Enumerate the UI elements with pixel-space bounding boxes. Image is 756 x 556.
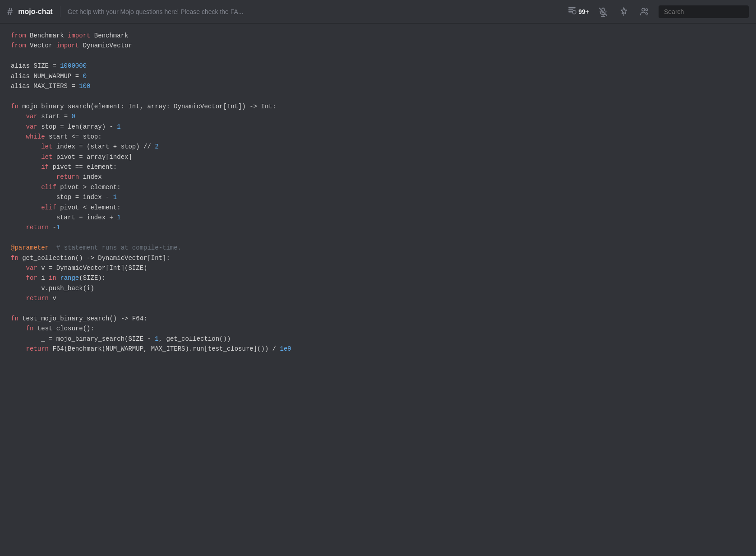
svg-point-3	[572, 10, 576, 14]
threads-icon	[567, 6, 576, 17]
badge-count: 99+	[578, 8, 589, 15]
main-content: from Benchmark import Benchmark from Vec…	[0, 23, 756, 556]
channel-hash-icon: #	[7, 6, 13, 18]
thread-badge[interactable]: 99+	[567, 6, 589, 17]
svg-point-8	[645, 9, 648, 11]
pin-button[interactable]	[617, 5, 631, 19]
svg-point-7	[642, 8, 645, 11]
members-button[interactable]	[638, 5, 651, 19]
topbar: # mojo-chat Get help with your Mojo ques…	[0, 0, 756, 23]
svg-rect-0	[568, 7, 576, 9]
svg-rect-1	[568, 9, 573, 11]
code-block: from Benchmark import Benchmark from Vec…	[11, 31, 745, 354]
channel-name: mojo-chat	[18, 8, 52, 16]
search-input[interactable]	[659, 5, 749, 18]
topbar-icons: 99+	[567, 5, 749, 19]
channel-description: Get help with your Mojo questions here! …	[68, 8, 562, 15]
mute-button[interactable]	[596, 5, 610, 19]
topbar-divider	[60, 6, 60, 17]
